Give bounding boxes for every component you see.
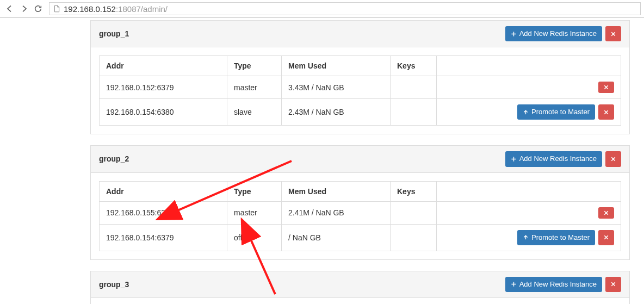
close-icon [603, 84, 609, 90]
col-keys: Keys [391, 181, 437, 201]
delete-instance-button[interactable] [598, 104, 614, 120]
col-addr: Addr [100, 181, 227, 201]
close-icon [610, 156, 616, 162]
panel-actions: Add New Redis Instance [505, 26, 621, 41]
promote-button[interactable]: Promote to Master [517, 230, 595, 245]
cell-mem: / NaN GB [282, 224, 391, 251]
cell-keys [391, 201, 437, 224]
add-instance-label: Add New Redis Instance [519, 280, 597, 289]
group-panel: group_3 Add New Redis Instance [90, 271, 630, 304]
panel-body: Addr Type Mem Used Keys 192.168.0.152:63… [91, 47, 629, 134]
panel-body: Addr Type Mem Used Keys 192.168.0.155:63… [91, 173, 629, 259]
arrow-up-icon [523, 109, 529, 115]
instances-table: Addr Type Mem Used Keys 192.168.0.155:63… [99, 181, 621, 251]
instances-table: Addr Type Mem Used Keys 192.168.0.152:63… [99, 55, 621, 126]
cell-keys [391, 76, 437, 99]
forward-icon[interactable] [20, 4, 28, 13]
table-row: 192.168.0.152:6379 master 3.43M / NaN GB [100, 76, 621, 99]
cell-mem: 2.43M / NaN GB [282, 99, 391, 126]
panel-body [91, 298, 629, 304]
browser-toolbar: 192.168.0.152:18087/admin/ [0, 0, 644, 18]
back-icon[interactable] [5, 4, 14, 13]
close-icon [610, 31, 616, 37]
cell-type: master [227, 76, 282, 99]
close-icon [603, 210, 609, 216]
add-instance-label: Add New Redis Instance [519, 154, 597, 164]
cell-actions: Promote to Master [437, 224, 621, 251]
add-instance-label: Add New Redis Instance [519, 29, 597, 39]
col-type: Type [227, 56, 282, 76]
cell-type: slave [227, 99, 282, 126]
delete-group-button[interactable] [605, 277, 621, 292]
group-panel: group_2 Add New Redis Instance Addr Type… [90, 145, 630, 259]
cell-addr: 192.168.0.154:6379 [100, 224, 227, 251]
delete-group-button[interactable] [605, 26, 621, 41]
cell-type: offline [227, 224, 282, 251]
delete-group-button[interactable] [605, 151, 621, 166]
cell-actions [437, 76, 621, 99]
content: group_1 Add New Redis Instance Addr Type… [90, 20, 630, 304]
cell-actions [437, 201, 621, 224]
group-panel: group_1 Add New Redis Instance Addr Type… [90, 20, 630, 134]
arrow-up-icon [523, 234, 529, 240]
plus-icon [511, 156, 517, 162]
delete-instance-button[interactable] [598, 82, 614, 93]
url-rest: :18087/admin/ [116, 4, 168, 14]
cell-addr: 192.168.0.155:6380 [100, 201, 227, 224]
col-keys: Keys [391, 56, 437, 76]
group-title: group_3 [99, 280, 129, 289]
cell-addr: 192.168.0.152:6379 [100, 76, 227, 99]
close-icon [603, 234, 609, 240]
url-text: 192.168.0.152:18087/admin/ [64, 4, 168, 14]
cell-addr: 192.168.0.154:6380 [100, 99, 227, 126]
cell-mem: 2.41M / NaN GB [282, 201, 391, 224]
col-type: Type [227, 181, 282, 201]
add-instance-button[interactable]: Add New Redis Instance [505, 277, 602, 292]
col-mem: Mem Used [282, 181, 391, 201]
plus-icon [511, 31, 517, 37]
nav-icons [3, 4, 45, 13]
panel-heading: group_2 Add New Redis Instance [91, 146, 629, 172]
panel-actions: Add New Redis Instance [505, 151, 621, 166]
table-row: 192.168.0.154:6379 offline / NaN GB Prom… [100, 224, 621, 251]
panel-heading: group_3 Add New Redis Instance [91, 271, 629, 298]
col-actions [437, 56, 621, 76]
promote-label: Promote to Master [531, 107, 590, 117]
cell-actions: Promote to Master [437, 99, 621, 126]
cell-mem: 3.43M / NaN GB [282, 76, 391, 99]
promote-button[interactable]: Promote to Master [517, 104, 595, 120]
add-instance-button[interactable]: Add New Redis Instance [505, 151, 602, 166]
col-actions [437, 181, 621, 201]
delete-instance-button[interactable] [598, 207, 614, 219]
delete-instance-button[interactable] [598, 230, 614, 245]
panel-heading: group_1 Add New Redis Instance [91, 21, 629, 47]
close-icon [610, 281, 616, 287]
close-icon [603, 109, 609, 115]
url-bar[interactable]: 192.168.0.152:18087/admin/ [49, 2, 641, 15]
panel-actions: Add New Redis Instance [505, 277, 621, 292]
plus-icon [511, 281, 517, 287]
cell-keys [391, 99, 437, 126]
col-addr: Addr [100, 56, 227, 76]
cell-type: master [227, 201, 282, 224]
table-row: 192.168.0.154:6380 slave 2.43M / NaN GB … [100, 99, 621, 126]
document-icon [53, 5, 60, 13]
group-title: group_1 [99, 29, 129, 38]
add-instance-button[interactable]: Add New Redis Instance [505, 26, 602, 41]
reload-icon[interactable] [34, 4, 42, 13]
col-mem: Mem Used [282, 56, 391, 76]
group-title: group_2 [99, 154, 129, 163]
table-row: 192.168.0.155:6380 master 2.41M / NaN GB [100, 201, 621, 224]
promote-label: Promote to Master [531, 233, 590, 243]
cell-keys [391, 224, 437, 251]
url-host: 192.168.0.152 [64, 4, 116, 14]
